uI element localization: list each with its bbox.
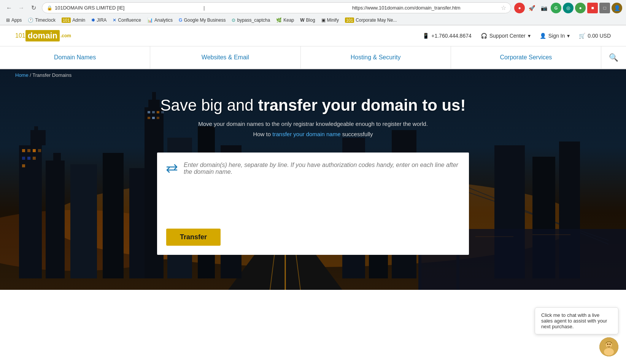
hero-domain-link[interactable]: transfer your domain name: [272, 131, 340, 137]
extensions-button[interactable]: ●: [514, 3, 525, 13]
browser-chrome: ← → ↻ 🔒 101DOMAIN GRS LIMITED [IE] | htt…: [0, 0, 626, 25]
address-bar[interactable]: 🔒 101DOMAIN GRS LIMITED [IE] | https://w…: [42, 2, 511, 13]
back-button[interactable]: ←: [4, 3, 14, 13]
nav-websites-email[interactable]: Websites & Email: [150, 46, 300, 68]
corporate-icon: 101: [345, 17, 354, 23]
logo-101: 101: [15, 32, 25, 39]
svg-rect-24: [53, 153, 61, 162]
support-center-link[interactable]: 🎧 Support Center ▾: [481, 33, 531, 39]
breadcrumb-current: Transfer Domains: [32, 72, 71, 78]
analytics-icon: 📊: [147, 17, 153, 23]
domain-input[interactable]: [184, 162, 460, 223]
bookmark-minify[interactable]: ▣ Minify: [319, 17, 341, 24]
bookmark-admin-label: Admin: [72, 17, 85, 23]
svg-rect-15: [22, 149, 25, 152]
breadcrumb: Home / Transfer Domains: [0, 69, 626, 81]
bookmark-apps[interactable]: ⊞ Apps: [4, 17, 24, 24]
breadcrumb-home-link[interactable]: Home: [15, 72, 29, 78]
bookmark-analytics[interactable]: 📊 Analytics: [145, 17, 175, 24]
headset-icon: 🎧: [481, 33, 487, 39]
svg-rect-16: [27, 149, 30, 152]
svg-rect-21: [33, 157, 36, 160]
nav-domain-names[interactable]: Domain Names: [0, 46, 150, 68]
keap-icon: 🌿: [276, 17, 282, 23]
camera-ext-button[interactable]: 📷: [539, 3, 549, 13]
bookmark-jira[interactable]: ✱ JIRA: [89, 17, 109, 24]
bookmark-google-my-business[interactable]: G Google My Business: [176, 17, 228, 24]
hero-link-before: How to: [253, 131, 272, 137]
bookmarks-bar: ⊞ Apps 🕐 Timeclock 101 Admin ✱ JIRA ✕ Co…: [0, 16, 626, 25]
bookmark-google-my-business-label: Google My Business: [184, 17, 226, 23]
bookmark-blog-label: Blog: [306, 17, 315, 23]
search-icon: 🔍: [609, 53, 618, 62]
google-ext-button[interactable]: G: [551, 3, 561, 13]
bookmark-confluence-label: Confluence: [118, 17, 141, 23]
nav-buttons: ← → ↻: [4, 3, 39, 13]
reload-button[interactable]: ↻: [28, 3, 39, 13]
hero-subtitle: Move your domain names to the only regis…: [8, 121, 618, 127]
gray-ext-button[interactable]: □: [599, 3, 610, 13]
nav-domain-names-label: Domain Names: [54, 54, 96, 60]
hero-section: Home / Transfer Domains Save big and tra…: [0, 69, 626, 290]
support-chevron-icon: ▾: [528, 33, 531, 39]
logo-dotcom: .com: [60, 33, 71, 38]
bookmark-admin[interactable]: 101 Admin: [59, 17, 87, 24]
bookmark-corporate[interactable]: 101 Corporate May Ne...: [343, 17, 399, 24]
apps-icon: ⊞: [6, 17, 10, 23]
bookmark-timeclock-label: Timeclock: [35, 17, 56, 23]
bookmark-keap[interactable]: 🌿 Keap: [274, 17, 296, 24]
bookmark-bypass-captcha[interactable]: ⊙ bypass_captcha: [229, 17, 272, 24]
bookmark-confluence[interactable]: ✕ Confluence: [110, 17, 143, 24]
green-ext-button[interactable]: ●: [575, 3, 586, 13]
nav-hosting-security[interactable]: Hosting & Security: [301, 46, 451, 68]
support-center-label: Support Center: [489, 33, 526, 39]
hero-headline-bold: transfer your domain to us!: [258, 96, 466, 114]
logo[interactable]: 101 domain .com: [15, 30, 71, 41]
site-nav: Domain Names Websites & Email Hosting & …: [0, 46, 626, 69]
google-my-business-icon: G: [179, 17, 182, 23]
bookmark-jira-label: JIRA: [97, 17, 106, 23]
blog-icon: W: [300, 17, 304, 23]
person-icon: 👤: [540, 33, 546, 39]
bookmark-analytics-label: Analytics: [154, 17, 173, 23]
jira-icon: ✱: [91, 17, 95, 23]
user-avatar-button[interactable]: 👤: [612, 3, 622, 13]
confluence-icon: ✕: [113, 17, 116, 23]
timeclock-icon: 🕐: [28, 17, 33, 23]
transfer-form-inner: [166, 162, 460, 223]
sign-in-label: Sign In: [548, 33, 565, 39]
bookmark-timeclock[interactable]: 🕐 Timeclock: [25, 17, 58, 24]
hero-headline: Save big and transfer your domain to us!: [8, 96, 618, 114]
minify-icon: ▣: [321, 17, 326, 23]
cart-button[interactable]: 🛒 0.00 USD: [579, 33, 611, 39]
transfer-button[interactable]: Transfer: [166, 229, 221, 246]
forward-button[interactable]: →: [16, 3, 27, 13]
transfer-arrows-icon: [166, 162, 178, 223]
svg-rect-23: [46, 161, 65, 278]
svg-rect-20: [27, 157, 30, 160]
phone-icon: 📱: [423, 33, 429, 39]
svg-rect-27: [129, 168, 146, 278]
toolbar-icons: ● 🚀 📷 G ◎ ● ■ □ 👤: [514, 3, 622, 13]
bookmark-star-icon[interactable]: ☆: [501, 4, 506, 11]
bookmark-blog[interactable]: W Blog: [298, 17, 317, 24]
address-text: |: [203, 5, 350, 11]
website: 101 domain .com 📱 +1.760.444.8674 🎧 Supp…: [0, 25, 626, 290]
nav-search-button[interactable]: 🔍: [601, 47, 626, 68]
bypass-captcha-icon: ⊙: [232, 17, 235, 23]
site-header: 101 domain .com 📱 +1.760.444.8674 🎧 Supp…: [0, 25, 626, 46]
lock-icon: 🔒: [47, 5, 52, 11]
bookmark-apps-label: Apps: [11, 17, 22, 23]
hero-headline-normal: Save big and: [160, 96, 258, 114]
signin-chevron-icon: ▾: [567, 33, 570, 39]
admin-icon: 101: [62, 17, 71, 23]
bookmark-corporate-label: Corporate May Ne...: [356, 17, 397, 23]
teal-ext-button[interactable]: ◎: [563, 3, 574, 13]
svg-rect-22: [22, 164, 25, 167]
sign-in-button[interactable]: 👤 Sign In ▾: [540, 33, 570, 39]
svg-rect-26: [103, 153, 124, 278]
nav-corporate-services[interactable]: Corporate Services: [451, 46, 601, 68]
svg-rect-25: [70, 164, 97, 278]
rocket-ext-button[interactable]: 🚀: [526, 3, 537, 13]
red-ext-button[interactable]: ■: [587, 3, 598, 13]
